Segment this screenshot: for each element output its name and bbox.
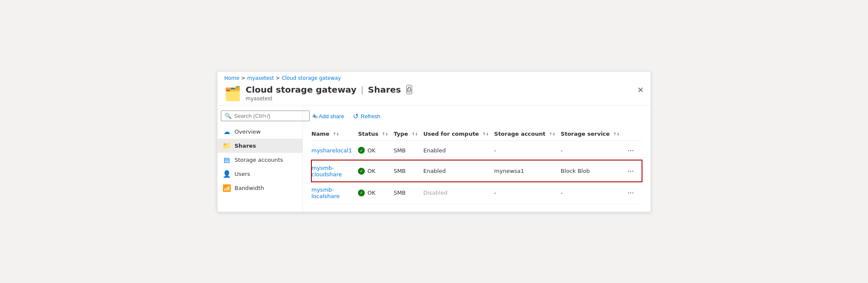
status-ok-icon: ✓ xyxy=(358,168,365,175)
cell-more-actions: ··· xyxy=(625,182,642,204)
shares-table-container: Name ↑↓ Status ↑↓ Type ↑↓ xyxy=(311,127,642,207)
status-ok-icon: ✓ xyxy=(358,147,365,154)
cell-name: mysmb-cloudshare xyxy=(311,160,358,182)
close-button[interactable]: ✕ xyxy=(637,86,644,94)
sidebar-item-users-label: Users xyxy=(235,171,250,177)
bandwidth-icon: 📶 xyxy=(223,184,231,192)
sidebar-item-storage-accounts-label: Storage accounts xyxy=(235,157,283,163)
sort-icon-status: ↑↓ xyxy=(382,132,388,136)
sidebar-item-bandwidth[interactable]: 📶 Bandwidth xyxy=(217,181,302,195)
overview-icon: ☁ xyxy=(223,128,231,136)
print-button[interactable]: ⎙ xyxy=(406,85,412,94)
col-header-storage-service[interactable]: Storage service ↑↓ xyxy=(561,127,625,141)
main-content: + Add share ↺ Refresh Name ↑↓ xyxy=(303,105,651,212)
shares-icon: 📁 xyxy=(223,142,231,150)
body-container: 🔍 « ☁ Overview 📁 Shares ▤ Storage accoun… xyxy=(217,105,651,212)
cell-status: ✓ OK xyxy=(358,160,393,182)
sort-icon-type: ↑↓ xyxy=(412,132,418,136)
more-actions-button[interactable]: ··· xyxy=(625,166,636,176)
page-header: 🗂️ Cloud storage gateway | Shares ⎙ myas… xyxy=(217,83,651,105)
cell-storage-service: - xyxy=(561,182,625,204)
status-text: OK xyxy=(367,168,375,174)
more-actions-button[interactable]: ··· xyxy=(625,187,636,198)
breadcrumb-home[interactable]: Home xyxy=(224,75,239,81)
sidebar-item-shares-label: Shares xyxy=(235,143,256,149)
share-name-link[interactable]: mysharelocal1 xyxy=(311,147,352,154)
cell-storage-service: Block Blob xyxy=(561,160,625,182)
sort-icon-storage-service: ↑↓ xyxy=(613,132,620,136)
sort-icon-name: ↑↓ xyxy=(333,132,340,136)
cell-status: ✓ OK xyxy=(358,182,393,204)
sidebar-item-shares[interactable]: 📁 Shares xyxy=(217,139,302,153)
cell-type: SMB xyxy=(393,140,423,160)
search-icon: 🔍 xyxy=(225,113,232,119)
more-actions-button[interactable]: ··· xyxy=(625,145,636,156)
cell-storage-account: mynewsa1 xyxy=(494,160,561,182)
table-row[interactable]: mysmb-localshare ✓ OK SMB Disabled - - ·… xyxy=(311,182,642,204)
status-ok-icon: ✓ xyxy=(358,190,365,196)
users-icon: 👤 xyxy=(223,170,231,178)
add-share-label: Add share xyxy=(319,113,344,120)
cell-status: ✓ OK xyxy=(358,140,393,160)
table-row[interactable]: mysmb-cloudshare ✓ OK SMB Enabled mynews… xyxy=(311,160,642,182)
sort-icon-storage-account: ↑↓ xyxy=(549,132,556,136)
add-icon: + xyxy=(312,112,316,120)
shares-table: Name ↑↓ Status ↑↓ Type ↑↓ xyxy=(311,127,642,204)
sidebar-item-storage-accounts[interactable]: ▤ Storage accounts xyxy=(217,153,302,167)
col-header-used-for-compute[interactable]: Used for compute ↑↓ xyxy=(423,127,494,141)
page-title-resource: Cloud storage gateway xyxy=(246,85,357,95)
cell-name: mysmb-localshare xyxy=(311,182,358,204)
page-title-section: Shares xyxy=(368,85,401,95)
breadcrumb: Home > myasetest > Cloud storage gateway xyxy=(217,72,651,83)
refresh-icon: ↺ xyxy=(353,112,358,120)
sort-icon-used-for-compute: ↑↓ xyxy=(483,132,489,136)
toolbar: + Add share ↺ Refresh xyxy=(311,111,642,122)
cell-type: SMB xyxy=(393,182,423,204)
cell-name: mysharelocal1 xyxy=(311,140,358,160)
table-header-row: Name ↑↓ Status ↑↓ Type ↑↓ xyxy=(311,127,642,141)
col-header-storage-account[interactable]: Storage account ↑↓ xyxy=(494,127,561,141)
cell-storage-account: - xyxy=(494,182,561,204)
col-header-actions xyxy=(625,127,642,141)
sidebar-item-users[interactable]: 👤 Users xyxy=(217,167,302,181)
cell-used-for-compute: Enabled xyxy=(423,160,494,182)
table-row[interactable]: mysharelocal1 ✓ OK SMB Enabled - - ··· xyxy=(311,140,642,160)
status-text: OK xyxy=(367,147,375,154)
refresh-label: Refresh xyxy=(361,113,381,120)
cell-storage-account: - xyxy=(494,140,561,160)
sidebar-item-bandwidth-label: Bandwidth xyxy=(235,185,264,191)
resource-icon: 🗂️ xyxy=(224,85,241,102)
refresh-button[interactable]: ↺ Refresh xyxy=(352,111,381,122)
sidebar-nav: ☁ Overview 📁 Shares ▤ Storage accounts 👤… xyxy=(217,125,302,195)
col-header-name[interactable]: Name ↑↓ xyxy=(311,127,358,141)
main-window: Home > myasetest > Cloud storage gateway… xyxy=(217,71,651,212)
cell-storage-service: - xyxy=(561,140,625,160)
search-box[interactable]: 🔍 xyxy=(221,111,310,121)
share-name-link[interactable]: mysmb-localshare xyxy=(311,187,340,199)
cell-used-for-compute: Enabled xyxy=(423,140,494,160)
search-input[interactable] xyxy=(234,113,306,119)
status-text: OK xyxy=(367,190,375,196)
cell-more-actions: ··· xyxy=(625,140,642,160)
col-header-status[interactable]: Status ↑↓ xyxy=(358,127,393,141)
sidebar-item-overview[interactable]: ☁ Overview xyxy=(217,125,302,139)
cell-type: SMB xyxy=(393,160,423,182)
share-name-link[interactable]: mysmb-cloudshare xyxy=(311,165,342,178)
resource-subtitle: myasetest xyxy=(246,96,412,102)
breadcrumb-myasetest[interactable]: myasetest xyxy=(247,75,274,81)
storage-accounts-icon: ▤ xyxy=(223,156,231,164)
sidebar: 🔍 « ☁ Overview 📁 Shares ▤ Storage accoun… xyxy=(217,105,303,212)
sidebar-item-overview-label: Overview xyxy=(235,128,261,135)
add-share-button[interactable]: + Add share xyxy=(311,111,345,122)
cell-used-for-compute: Disabled xyxy=(423,182,494,204)
cell-more-actions: ··· xyxy=(625,160,642,182)
breadcrumb-cloud-storage-gateway[interactable]: Cloud storage gateway xyxy=(282,75,341,81)
col-header-type[interactable]: Type ↑↓ xyxy=(393,127,423,141)
